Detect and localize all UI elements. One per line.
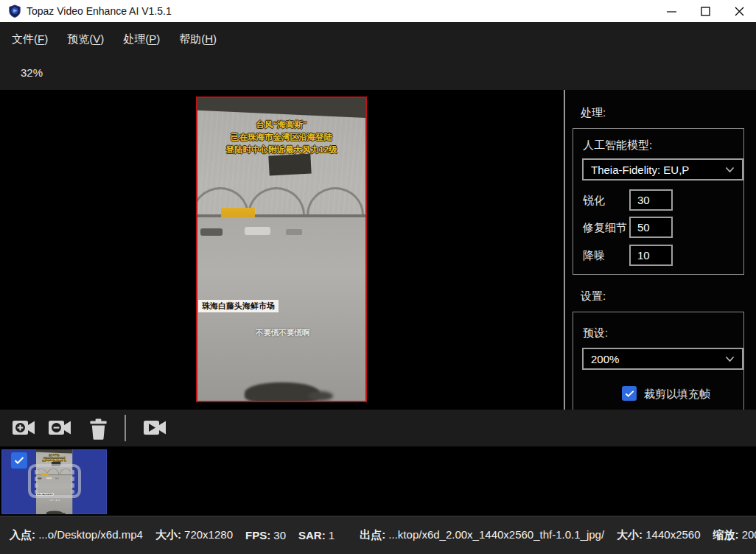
video-preview: 台风“海高斯” 已在珠海市金湾区沿海登陆 登陆时中心附近最大风力12级 珠海白藤… [196,97,367,402]
restore-detail-label: 修复细节 [583,221,627,235]
camera-plus-icon [12,418,36,437]
preset-label: 预设: [583,326,608,340]
playback-toolbar: 32% / 357 [ : ] [0,56,756,90]
clip-toolbar [0,410,756,446]
zoom-level-label: 32% [21,66,43,79]
settings-panel: 处理: 人工智能模型: Theia-Fidelity: EU,P 锐化 修复细节… [565,90,756,410]
crop-to-fill-checkbox[interactable] [622,386,637,401]
menu-process[interactable]: 处理(P) [122,29,161,49]
menu-bar: 文件(F) 预览(V) 处理(P) 帮助(H) [0,22,756,56]
settings-heading: 设置: [581,290,606,304]
app-logo-icon [8,4,21,18]
close-button[interactable] [722,0,756,22]
add-video-button[interactable] [12,418,36,440]
denoise-label: 降噪 [583,249,605,263]
preset-dropdown[interactable]: 200% [582,348,743,370]
thumbnail-strip: 台风“海高斯” 已在珠海市金湾区沿海登陆 登陆时中心附近最大风力12级 珠海白藤… [0,446,756,516]
status-output-size: 大小: 1440x2560 [617,528,700,542]
status-output-path: 出点: ...ktop/x6d_2.00x_1440x2560_thf-1.0.… [360,528,604,542]
check-icon [14,456,24,465]
ai-model-dropdown[interactable]: Theia-Fidelity: EU,P [582,158,743,180]
delete-clip-button[interactable] [88,418,108,443]
restore-detail-input[interactable] [629,217,673,238]
menu-preview[interactable]: 预览(V) [66,29,105,49]
toolbar-separator [125,415,126,441]
menu-help[interactable]: 帮助(H) [178,29,218,49]
overlay-title-line2: 已在珠海市金湾区沿海登陆 [197,132,365,142]
status-bar: 入点: ...o/Desktop/x6d.mp4 大小: 720x1280 FP… [0,516,756,554]
chevron-down-icon [725,166,735,173]
ai-model-value: Theia-Fidelity: EU,P [591,164,689,176]
trash-icon [88,418,108,440]
denoise-input[interactable] [629,245,673,266]
app-window: Topaz Video Enhance AI V1.5.1 文件(F) 预览(V… [0,0,756,554]
sharpen-input[interactable] [629,189,673,211]
status-input-path: 入点: ...o/Desktop/x6d.mp4 [10,528,143,542]
billboard-silhouette [268,154,311,176]
status-fps: FPS: 30 [245,529,286,541]
remove-video-button[interactable] [48,418,72,440]
maximize-button[interactable] [688,0,722,22]
overlay-caption: 不要慌不要慌啊 [256,328,310,338]
ai-model-group: 人工智能模型: Theia-Fidelity: EU,P 锐化 修复细节 降噪 [573,128,744,275]
clip-thumbnail-card[interactable]: 台风“海高斯” 已在珠海市金湾区沿海登陆 登陆时中心附近最大风力12级 珠海白藤… [1,449,107,514]
minimize-button[interactable] [654,0,688,22]
status-sar: SAR: 1 [298,529,335,541]
preview-area: 台风“海高斯” 已在珠海市金湾区沿海登陆 登陆时中心附近最大风力12级 珠海白藤… [0,90,565,410]
overlay-title-line1: 台风“海高斯” [197,119,365,130]
camera-play-icon [143,418,167,437]
ai-model-label: 人工智能模型: [583,138,652,152]
camera-minus-icon [48,418,72,437]
window-title: Topaz Video Enhance AI V1.5.1 [27,5,172,17]
sharpen-label: 锐化 [583,194,605,208]
film-strip-icon [28,464,81,498]
crop-to-fill-label: 裁剪以填充帧 [644,388,710,402]
clip-select-checkbox[interactable] [11,452,27,469]
status-scale: 缩放: 200% [713,528,756,542]
check-icon [625,390,634,398]
processing-heading: 处理: [581,106,606,120]
video-preview-image: 台风“海高斯” 已在珠海市金湾区沿海登陆 登陆时中心附近最大风力12级 珠海白藤… [197,98,365,401]
preset-group: 预设: 200% 裁剪以填充帧 [573,312,744,410]
process-video-button[interactable] [143,418,167,440]
overlay-title-line3: 登陆时中心附近最大风力12级 [197,144,365,155]
status-input-size: 大小: 720x1280 [155,528,233,542]
menu-file[interactable]: 文件(F) [10,29,49,49]
overlay-location-label: 珠海白藤头海鲜市场 [198,300,279,312]
preset-value: 200% [591,353,619,365]
chevron-down-icon [725,356,735,362]
window-titlebar: Topaz Video Enhance AI V1.5.1 [0,0,756,22]
